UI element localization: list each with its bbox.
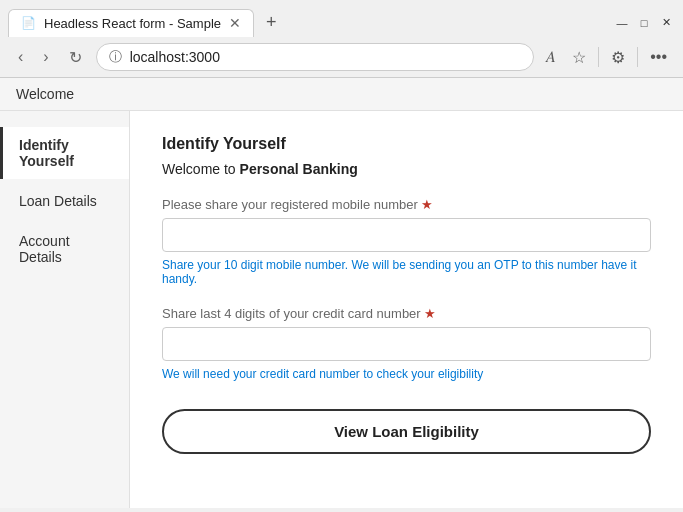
more-button[interactable]: ••• <box>646 44 671 70</box>
sidebar-item-identify[interactable]: Identify Yourself <box>0 127 129 179</box>
minimize-button[interactable]: — <box>613 14 631 32</box>
refresh-button[interactable]: ↻ <box>63 46 88 69</box>
content-title: Identify Yourself <box>162 135 651 153</box>
back-button[interactable]: ‹ <box>12 46 29 68</box>
active-tab[interactable]: 📄 Headless React form - Sample ✕ <box>8 9 254 37</box>
toolbar-separator-2 <box>637 47 638 67</box>
sidebar: Identify Yourself Loan Details Account D… <box>0 111 130 508</box>
credit-card-field-label: Share last 4 digits of your credit card … <box>162 306 651 321</box>
toolbar-separator <box>598 47 599 67</box>
browser-chrome: 📄 Headless React form - Sample ✕ + — □ ✕… <box>0 0 683 78</box>
tab-title: Headless React form - Sample <box>44 16 221 31</box>
forward-button[interactable]: › <box>37 46 54 68</box>
mobile-field-label: Please share your registered mobile numb… <box>162 197 651 212</box>
mobile-required-indicator: ★ <box>421 197 433 212</box>
welcome-text: Welcome <box>16 86 74 102</box>
close-button[interactable]: ✕ <box>657 14 675 32</box>
favorites-button[interactable]: ☆ <box>568 44 590 71</box>
settings-button[interactable]: ⚙ <box>607 44 629 71</box>
credit-card-field-group: Share last 4 digits of your credit card … <box>162 306 651 381</box>
credit-card-input[interactable] <box>162 327 651 361</box>
subtitle-bold: Personal Banking <box>240 161 358 177</box>
address-url: localhost:3000 <box>130 49 522 65</box>
address-info-icon: ⓘ <box>109 48 122 66</box>
main-layout: Identify Yourself Loan Details Account D… <box>0 111 683 508</box>
content-subtitle: Welcome to Personal Banking <box>162 161 651 177</box>
mobile-input[interactable] <box>162 218 651 252</box>
read-mode-button[interactable]: 𝐴 <box>542 44 560 70</box>
address-bar: ‹ › ↻ ⓘ localhost:3000 𝐴 ☆ ⚙ ••• <box>0 37 683 77</box>
mobile-field-group: Please share your registered mobile numb… <box>162 197 651 286</box>
tab-page-icon: 📄 <box>21 16 36 30</box>
sidebar-item-loan[interactable]: Loan Details <box>0 183 129 219</box>
address-input-wrap[interactable]: ⓘ localhost:3000 <box>96 43 535 71</box>
restore-button[interactable]: □ <box>635 14 653 32</box>
content-area: Identify Yourself Welcome to Personal Ba… <box>130 111 683 508</box>
submit-button[interactable]: View Loan Eligibility <box>162 409 651 454</box>
tab-bar: 📄 Headless React form - Sample ✕ + — □ ✕ <box>0 0 683 37</box>
welcome-bar: Welcome <box>0 78 683 111</box>
new-tab-button[interactable]: + <box>258 8 285 37</box>
credit-card-field-hint: We will need your credit card number to … <box>162 367 651 381</box>
credit-card-required-indicator: ★ <box>424 306 436 321</box>
subtitle-prefix: Welcome to <box>162 161 240 177</box>
window-controls: — □ ✕ <box>613 14 675 32</box>
tab-close-button[interactable]: ✕ <box>229 16 241 30</box>
browser-actions: 𝐴 ☆ ⚙ ••• <box>542 44 671 71</box>
sidebar-item-account[interactable]: Account Details <box>0 223 129 275</box>
browser-content: Welcome Identify Yourself Loan Details A… <box>0 78 683 508</box>
mobile-field-hint: Share your 10 digit mobile number. We wi… <box>162 258 651 286</box>
